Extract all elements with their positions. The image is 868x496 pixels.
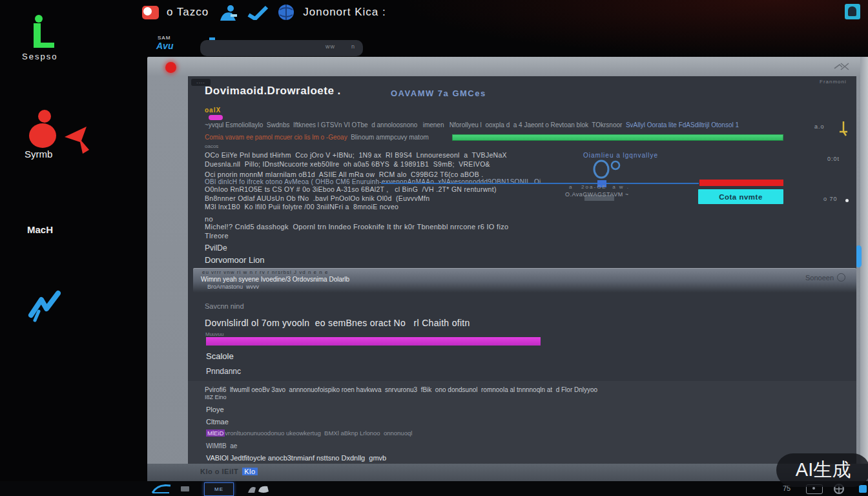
check-icon[interactable]: [246, 5, 269, 20]
pen-cursor-icon: [837, 120, 850, 137]
window-statusbar: Klo o IEilTKlo: [147, 464, 868, 481]
body-line-2-warning: Comia vavam ee pamol mcuer cio lis lm o …: [205, 134, 347, 141]
desktop-screen: Sespso Syrmb MacH o Tazco Jononort Kica …: [0, 0, 868, 496]
taskbar-hand-icon[interactable]: [245, 482, 271, 495]
statusbar-text-wrap: Klo o IEilTKlo: [200, 468, 258, 475]
circles-icon[interactable]: [592, 159, 623, 180]
body-line-9: Bn8nnner Odlaf AUUsUn Ob fNo .bavl PnOol…: [205, 194, 429, 202]
magenta-progress-bar: [206, 337, 541, 346]
progress-tiny-label: Muuvuu: [205, 331, 223, 337]
section-label: Savcnn nind: [205, 302, 244, 310]
mid-subtext: O.AvaGWAGSTAVM ~: [565, 191, 628, 198]
desktop-icon-syrmb-label[interactable]: Syrmb: [25, 149, 52, 160]
pnndannc-label[interactable]: Pnndannc: [206, 367, 241, 376]
tabstrip-hint-bottom: Avu: [156, 41, 173, 51]
selection-sub-text: BroArnastonu wvvv: [207, 284, 259, 290]
taskbar-tray-icon[interactable]: [181, 486, 189, 491]
green-progress-bar: [452, 134, 783, 141]
body-line-11: no: [205, 215, 213, 223]
statusbar-text: Klo o IEilT: [200, 468, 238, 475]
record-icon[interactable]: [142, 6, 159, 19]
vablol-line: VABlOl Jedtfitoycle anocb3tnmianf nsttsn…: [206, 454, 386, 462]
cta-button[interactable]: Cota nvmte: [698, 189, 783, 204]
desktop-logo-label: Sespso: [22, 52, 57, 61]
window-controls-icon[interactable]: [833, 61, 851, 72]
desktop-icon-mach-label[interactable]: MacH: [27, 224, 53, 235]
globe-icon[interactable]: [277, 3, 295, 21]
close-button[interactable]: [165, 62, 176, 73]
selection-tiny-text: eu vrrr vnw ri w n r rv r nrsrbsl J vd n…: [202, 269, 328, 275]
selection-row[interactable]: eu vrrr vnw ri w n r rv r nrsrbsl J vd n…: [193, 268, 856, 293]
selection-action-label: Sonoeen: [805, 274, 834, 282]
body-line-14: PvilDe: [205, 243, 227, 253]
body-line-4: OCo EiiYe Pnl bund tHirhm Cco jOro V +IB…: [205, 151, 507, 159]
profile-app-icon[interactable]: [845, 4, 860, 19]
app-window: ---- Franmoni Dovimaoid.Drowraloete . OA…: [147, 57, 868, 481]
i8z-label: I8Z Eino: [205, 394, 227, 400]
right-label-1: a.o: [814, 123, 825, 130]
frame-note: Franmoni: [820, 79, 847, 85]
page-content: ---- Franmoni Dovimaoid.Drowraloete . OA…: [188, 76, 856, 464]
red-cursor-icon: [61, 124, 90, 156]
selection-main-text: Wimnn yeah syvene Ivoedine/3 Ordovsnima …: [201, 276, 349, 283]
body-line-12: Michel!? Cnld5 dasshogk Opornl trn lnnde…: [205, 223, 508, 231]
right-label-2: 0:0t: [827, 156, 840, 162]
mid-icons-row: a 2oa-GE a w .: [569, 184, 630, 190]
user-icon[interactable]: [216, 4, 238, 21]
wlmflb-label: WlMflB ae: [206, 442, 237, 450]
taskbar-active-app[interactable]: ME: [204, 482, 234, 496]
ai-watermark: AI生成: [776, 453, 868, 487]
tabstrip: SAM Avu ww n: [147, 34, 438, 57]
selection-action[interactable]: Sonoeen: [805, 273, 845, 282]
white-dot: [845, 199, 849, 202]
window-right-edge: [860, 57, 868, 481]
circle-icon: [837, 273, 845, 282]
magenta-marker: [209, 115, 223, 120]
tab-mark-b: n: [351, 43, 355, 50]
body-line-1-text: ~yvqul Esmoliollaylo Swdnbs Iftknees l G…: [205, 121, 622, 129]
body-line-8: O0nIoo RnR1O5E ts CS OY # 0o 3iEboo A-31…: [205, 185, 497, 193]
red-user-icon[interactable]: [26, 108, 65, 149]
mleid-rest: vronltuonunuoodonuo ukeowkertug BMXl aBk…: [225, 429, 412, 437]
body-line-1: ~yvqul Esmoliollaylo Swdnbs Iftknees l G…: [205, 121, 739, 129]
status-badge: oalX: [205, 107, 221, 114]
body-line-6: Oci pnorin monnM mlarnilam oB1d ASIlE Al…: [205, 170, 483, 178]
menubar-app-label[interactable]: o Tazco: [167, 6, 209, 19]
taskbar-swoosh-icon[interactable]: [150, 482, 173, 495]
body-line-2: Comia vavam ee pamol mcuer cio lis lm o …: [205, 134, 429, 141]
body-line-15[interactable]: Dorvomoor Lion: [205, 255, 265, 265]
profile-line: Pvirofi6 lfwumll oeoBv 3avo annnonuofois…: [205, 386, 597, 393]
mleid-highlight[interactable]: MlEiD: [206, 429, 225, 437]
blue-bird-icon[interactable]: [26, 289, 61, 323]
taskbar: ME 75: [0, 481, 868, 496]
page-title: Dovimaoid.Drowraloete .: [205, 85, 341, 98]
taskbar-corner-icon[interactable]: [859, 485, 867, 493]
body-line-5: Duesnla.nll Pillo; IDnstNcucorte xeb50ll…: [205, 160, 490, 168]
tabstrip-hint-top: SAM: [158, 35, 170, 41]
selection-underline: [381, 183, 699, 184]
chart-caption: Oiamlieu a lgqnvallye: [583, 152, 658, 159]
body-line-13: Tlreore: [205, 232, 229, 240]
page-subtitle[interactable]: OAVAMW 7a GMCes: [391, 88, 486, 98]
tab-mark-a: ww: [326, 43, 335, 50]
cltmae-label[interactable]: Cltmae: [206, 418, 229, 426]
body-line-3: oacos: [205, 143, 218, 149]
lower-panel: [188, 381, 856, 464]
green-l-logo-icon[interactable]: [26, 14, 59, 52]
mleid-line: MlEiDvronltuonunuoodonuo ukeowkertug BMX…: [206, 429, 412, 437]
browser-tab[interactable]: ww n: [200, 40, 363, 56]
body-line-2-text: Blinoum ammpcuvy matom: [351, 134, 429, 141]
menubar-account-label[interactable]: Jononort Kica :: [303, 6, 386, 19]
body-line-10: M3l lnx1B0 Ko lfil0 Puii folytre /00 3ni…: [205, 203, 398, 211]
body-line-7: OBl dinlcH fo ifrcek otono AvMeoa ( OHBo…: [205, 178, 541, 185]
scalole-label[interactable]: Scalole: [206, 351, 234, 361]
ploye-label[interactable]: Ploye: [206, 406, 224, 413]
scrollbar-thumb[interactable]: [856, 245, 862, 267]
right-label-3: o 70: [823, 196, 838, 202]
statusbar-highlight[interactable]: Klo: [242, 468, 257, 475]
red-progress-bar: [699, 180, 783, 186]
body-line-1-link[interactable]: SvAllyl Oorata lite FdASdiltrijl Otonsol…: [626, 121, 739, 129]
menubar: o Tazco Jononort Kica :: [142, 1, 386, 23]
download-heading: Dovnlslirdl ol 7om yvooln eo semBnes ora…: [205, 318, 470, 328]
desktop-tint: [400, 0, 868, 58]
